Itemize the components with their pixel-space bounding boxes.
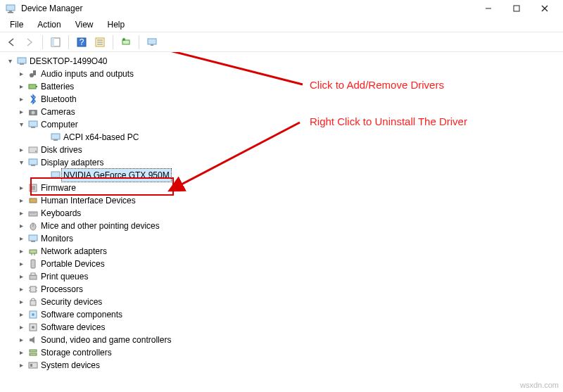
chevron-right-icon[interactable]: ▸	[15, 346, 27, 359]
scan-hardware-button[interactable]	[118, 34, 134, 51]
svg-rect-65	[30, 364, 32, 367]
chevron-right-icon[interactable]: ▸	[15, 220, 27, 232]
tree-category[interactable]: ▸Security devices	[0, 296, 563, 308]
svg-point-26	[32, 111, 35, 115]
chevron-right-icon[interactable]: ▸	[15, 296, 27, 308]
category-icon	[27, 322, 39, 333]
category-icon	[27, 144, 39, 156]
svg-rect-24	[36, 86, 37, 87]
tree-device[interactable]: NVIDIA GeForce GTX 950M	[0, 169, 563, 182]
svg-point-61	[32, 326, 34, 329]
tree-category[interactable]: ▸Disk drives	[0, 144, 563, 156]
tree-device-label: NVIDIA GeForce GTX 950M	[62, 169, 171, 182]
chevron-right-icon[interactable]: ▸	[15, 270, 27, 283]
menu-action[interactable]: Action	[30, 18, 68, 31]
tree-device-label: ACPI x64-based PC	[62, 131, 140, 144]
category-icon	[27, 284, 39, 295]
chevron-right-icon[interactable]: ▸	[15, 359, 27, 372]
tree-category-label: Audio inputs and outputs	[39, 68, 135, 80]
close-button[interactable]	[531, 1, 559, 16]
menu-help[interactable]: Help	[101, 18, 132, 31]
svg-rect-17	[148, 39, 156, 44]
tree-category[interactable]: ▸Software devices	[0, 321, 563, 334]
chevron-down-icon[interactable]: ▾	[15, 118, 27, 131]
svg-rect-49	[31, 260, 35, 268]
tree-category[interactable]: ▸Keyboards	[0, 207, 563, 220]
tree-category[interactable]: ▸Cameras	[0, 106, 563, 118]
chevron-right-icon[interactable]: ▸	[15, 93, 27, 106]
menu-file[interactable]: File	[3, 18, 30, 31]
category-icon	[27, 94, 39, 105]
svg-rect-2	[9, 11, 12, 12]
category-icon	[27, 309, 39, 320]
tree-category[interactable]: ▸Mice and other pointing devices	[0, 220, 563, 232]
help-button[interactable]: ?	[73, 34, 90, 51]
computer-icon	[15, 56, 28, 67]
minimize-button[interactable]	[474, 1, 502, 16]
tree-category[interactable]: ▸Processors	[0, 283, 563, 296]
svg-rect-52	[30, 286, 36, 292]
tree-category[interactable]: ▸Sound, video and game controllers	[0, 334, 563, 346]
tree-device[interactable]: ACPI x64-based PC	[0, 131, 563, 144]
chevron-right-icon[interactable]: ▸	[15, 182, 27, 194]
back-button[interactable]	[3, 34, 20, 51]
maximize-button[interactable]	[502, 1, 531, 16]
svg-rect-33	[29, 159, 37, 165]
chevron-right-icon[interactable]: ▸	[15, 144, 27, 156]
tree-category-label: Computer	[39, 118, 80, 131]
properties-button[interactable]	[91, 34, 108, 51]
chevron-right-icon[interactable]: ▸	[15, 245, 27, 258]
tree-category[interactable]: ▾Display adapters	[0, 156, 563, 169]
tree-category[interactable]: ▸Portable Devices	[0, 258, 563, 270]
device-tree[interactable]: ▾DESKTOP-1499O40▸Audio inputs and output…	[0, 52, 563, 374]
svg-rect-62	[30, 350, 37, 352]
show-hide-console-tree-button[interactable]	[47, 34, 64, 51]
chevron-right-icon[interactable]: ▸	[15, 308, 27, 321]
tree-category-label: Bluetooth	[39, 93, 78, 106]
tree-category[interactable]: ▸System devices	[0, 359, 563, 372]
svg-rect-44	[29, 235, 37, 241]
svg-rect-28	[31, 127, 35, 128]
forward-button[interactable]	[21, 34, 38, 51]
tree-category-label: Disk drives	[39, 144, 84, 156]
menu-view[interactable]: View	[68, 18, 101, 31]
svg-point-32	[35, 151, 37, 152]
tree-category-label: Monitors	[39, 232, 75, 245]
toolbar-separator	[139, 35, 139, 49]
chevron-right-icon[interactable]: ▸	[15, 194, 27, 207]
chevron-right-icon[interactable]: ▸	[15, 80, 27, 93]
chevron-right-icon[interactable]: ▸	[15, 321, 27, 334]
tree-category[interactable]: ▸Software components	[0, 308, 563, 321]
chevron-right-icon[interactable]: ▸	[15, 68, 27, 80]
tree-category-label: Display adapters	[39, 156, 105, 169]
chevron-right-icon[interactable]: ▸	[15, 283, 27, 296]
tree-category[interactable]: ▸Bluetooth	[0, 93, 563, 106]
tree-category[interactable]: ▸Human Interface Devices	[0, 194, 563, 207]
titlebar: Device Manager	[0, 0, 563, 17]
toolbar-separator	[68, 35, 69, 49]
tree-category[interactable]: ▸Network adapters	[0, 245, 563, 258]
chevron-right-icon[interactable]: ▸	[15, 334, 27, 346]
window-title: Device Manager	[21, 4, 470, 13]
tree-category-label: Portable Devices	[39, 258, 106, 270]
tree-category[interactable]: ▸Firmware	[0, 182, 563, 194]
chevron-right-icon[interactable]: ▸	[15, 232, 27, 245]
svg-rect-36	[53, 177, 58, 179]
svg-rect-18	[151, 44, 153, 46]
chevron-right-icon[interactable]: ▸	[15, 258, 27, 270]
tree-category[interactable]: ▸Print queues	[0, 270, 563, 283]
tree-root[interactable]: ▾DESKTOP-1499O40	[0, 55, 563, 68]
tree-category[interactable]: ▸Monitors	[0, 232, 563, 245]
chevron-down-icon[interactable]: ▾	[4, 55, 15, 68]
tree-category[interactable]: ▸Audio inputs and outputs	[0, 68, 563, 80]
monitor-button[interactable]	[144, 34, 160, 51]
svg-rect-0	[6, 5, 15, 11]
tree-category[interactable]: ▾Computer	[0, 118, 563, 131]
chevron-right-icon[interactable]: ▸	[15, 207, 27, 220]
chevron-down-icon[interactable]: ▾	[15, 156, 27, 169]
tree-category[interactable]: ▸Storage controllers	[0, 346, 563, 359]
svg-rect-19	[18, 58, 26, 63]
tree-category[interactable]: ▸Batteries	[0, 80, 563, 93]
chevron-right-icon[interactable]: ▸	[15, 106, 27, 118]
category-icon	[27, 233, 39, 244]
